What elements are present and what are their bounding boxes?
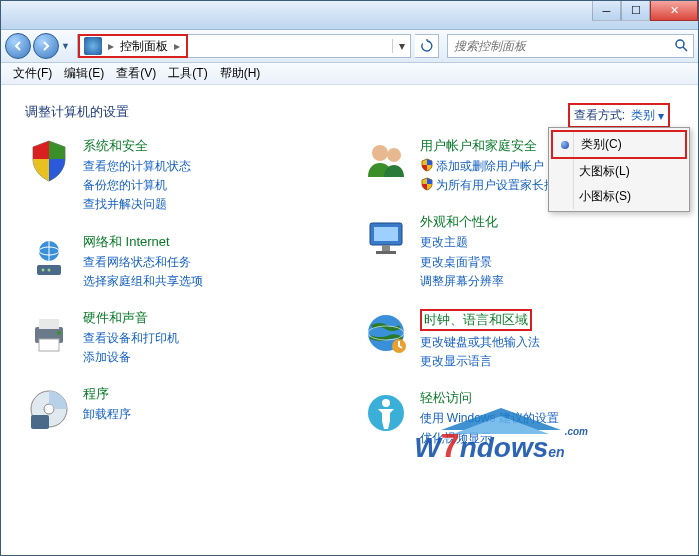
category-title[interactable]: 系统和安全 — [83, 137, 338, 155]
category-item: 外观和个性化更改主题更改桌面背景调整屏幕分辨率 — [362, 213, 675, 291]
category-item: 系统和安全查看您的计算机状态备份您的计算机查找并解决问题 — [25, 137, 338, 215]
category-link[interactable]: 更改键盘或其他输入法 — [420, 333, 675, 352]
svg-point-12 — [44, 404, 54, 414]
control-panel-icon — [84, 37, 102, 55]
maximize-button[interactable]: ☐ — [621, 1, 650, 21]
svg-point-15 — [387, 148, 401, 162]
menu-edit[interactable]: 编辑(E) — [58, 65, 110, 82]
category-link[interactable]: 查看设备和打印机 — [83, 329, 338, 348]
category-item: 时钟、语言和区域更改键盘或其他输入法更改显示语言 — [362, 309, 675, 371]
shield-icon — [420, 177, 434, 191]
users-icon — [362, 137, 410, 185]
menu-tools[interactable]: 工具(T) — [162, 65, 213, 82]
globe-icon — [362, 309, 410, 357]
menu-help[interactable]: 帮助(H) — [214, 65, 267, 82]
breadcrumb-label[interactable]: 控制面板 — [118, 38, 170, 55]
category-title[interactable]: 外观和个性化 — [420, 213, 675, 231]
close-button[interactable]: ✕ — [650, 1, 698, 21]
category-link[interactable]: 查看您的计算机状态 — [83, 157, 338, 176]
category-title[interactable]: 网络和 Internet — [83, 233, 338, 251]
refresh-icon — [420, 39, 434, 53]
view-by-label: 查看方式: — [574, 107, 625, 124]
disc-icon — [25, 385, 73, 433]
svg-rect-13 — [31, 415, 49, 429]
window-controls: ─ ☐ ✕ — [592, 1, 698, 21]
category-body: 系统和安全查看您的计算机状态备份您的计算机查找并解决问题 — [83, 137, 338, 215]
svg-point-5 — [42, 268, 45, 271]
titlebar[interactable]: ─ ☐ ✕ — [1, 1, 698, 30]
minimize-button[interactable]: ─ — [592, 1, 621, 21]
appearance-icon — [362, 213, 410, 261]
left-column: 系统和安全查看您的计算机状态备份您的计算机查找并解决问题网络和 Internet… — [25, 137, 338, 448]
arrow-left-icon — [12, 40, 24, 52]
category-body: 硬件和声音查看设备和打印机添加设备 — [83, 309, 338, 367]
network-icon — [25, 233, 73, 281]
category-body: 网络和 Internet查看网络状态和任务选择家庭组和共享选项 — [83, 233, 338, 291]
menubar: 文件(F) 编辑(E) 查看(V) 工具(T) 帮助(H) — [1, 63, 698, 85]
menu-item-label: 大图标(L) — [579, 164, 630, 178]
view-by: 查看方式: 类别 ▾ — [568, 103, 670, 128]
address-dropdown[interactable]: ▾ — [392, 39, 410, 53]
category-link[interactable]: 查看网络状态和任务 — [83, 253, 338, 272]
category-link[interactable]: 选择家庭组和共享选项 — [83, 272, 338, 291]
menu-file[interactable]: 文件(F) — [7, 65, 58, 82]
radio-selected-icon — [561, 141, 569, 149]
category-item: 硬件和声音查看设备和打印机添加设备 — [25, 309, 338, 367]
menu-view[interactable]: 查看(V) — [110, 65, 162, 82]
category-link[interactable]: 更改显示语言 — [420, 352, 675, 371]
content: 调整计算机的设置 查看方式: 类别 ▾ 类别(C) 大图标(L) 小图标(S) … — [1, 85, 698, 555]
category-link[interactable]: 使用 Windows 建议的设置 — [420, 409, 675, 428]
svg-point-24 — [382, 399, 390, 407]
category-title[interactable]: 硬件和声音 — [83, 309, 338, 327]
chevron-right-icon[interactable]: ▸ — [170, 39, 184, 53]
refresh-button[interactable] — [415, 34, 439, 58]
svg-rect-19 — [376, 251, 396, 254]
back-button[interactable] — [5, 33, 31, 59]
category-link[interactable]: 优化视频显示 — [420, 429, 675, 448]
forward-button[interactable] — [33, 33, 59, 59]
category-link[interactable]: 更改桌面背景 — [420, 253, 675, 272]
view-by-value: 类别 — [631, 107, 655, 124]
menu-item-small-icons[interactable]: 小图标(S) — [551, 184, 687, 209]
nav-arrows: ▼ — [5, 33, 73, 59]
category-body: 时钟、语言和区域更改键盘或其他输入法更改显示语言 — [420, 309, 675, 371]
category-link[interactable]: 更改主题 — [420, 233, 675, 252]
svg-point-14 — [372, 145, 388, 161]
history-dropdown[interactable]: ▼ — [61, 41, 73, 51]
menu-item-large-icons[interactable]: 大图标(L) — [551, 159, 687, 184]
category-link[interactable]: 卸载程序 — [83, 405, 338, 424]
ease-icon — [362, 389, 410, 437]
chevron-down-icon: ▾ — [658, 109, 664, 123]
category-body: 轻松访问使用 Windows 建议的设置优化视频显示 — [420, 389, 675, 447]
svg-point-6 — [48, 268, 51, 271]
view-by-dropdown[interactable]: 类别 ▾ — [631, 107, 664, 124]
category-body: 外观和个性化更改主题更改桌面背景调整屏幕分辨率 — [420, 213, 675, 291]
category-title[interactable]: 时钟、语言和区域 — [420, 309, 532, 331]
svg-point-10 — [57, 331, 61, 335]
breadcrumb-highlight: ▸ 控制面板 ▸ — [78, 34, 188, 58]
category-title[interactable]: 程序 — [83, 385, 338, 403]
svg-rect-9 — [39, 339, 59, 351]
svg-line-1 — [683, 47, 687, 51]
menu-item-label: 小图标(S) — [579, 189, 631, 203]
arrow-right-icon — [40, 40, 52, 52]
svg-rect-17 — [374, 227, 398, 241]
category-item: 网络和 Internet查看网络状态和任务选择家庭组和共享选项 — [25, 233, 338, 291]
search-box[interactable] — [447, 34, 694, 58]
address-bar[interactable]: ▸ 控制面板 ▸ ▾ — [77, 34, 411, 58]
search-icon[interactable] — [669, 38, 693, 55]
svg-rect-8 — [39, 319, 59, 329]
category-title[interactable]: 轻松访问 — [420, 389, 675, 407]
control-panel-window: ─ ☐ ✕ ▼ ▸ 控制面板 ▸ ▾ — [0, 0, 699, 556]
category-link[interactable]: 备份您的计算机 — [83, 176, 338, 195]
menu-item-category[interactable]: 类别(C) — [551, 130, 687, 159]
navbar: ▼ ▸ 控制面板 ▸ ▾ — [1, 30, 698, 63]
category-link[interactable]: 添加设备 — [83, 348, 338, 367]
category-item: 程序卸载程序 — [25, 385, 338, 433]
category-link[interactable]: 查找并解决问题 — [83, 195, 338, 214]
svg-point-0 — [676, 40, 684, 48]
shield-color-icon — [25, 137, 73, 185]
category-link[interactable]: 调整屏幕分辨率 — [420, 272, 675, 291]
category-body: 程序卸载程序 — [83, 385, 338, 433]
search-input[interactable] — [448, 39, 669, 53]
